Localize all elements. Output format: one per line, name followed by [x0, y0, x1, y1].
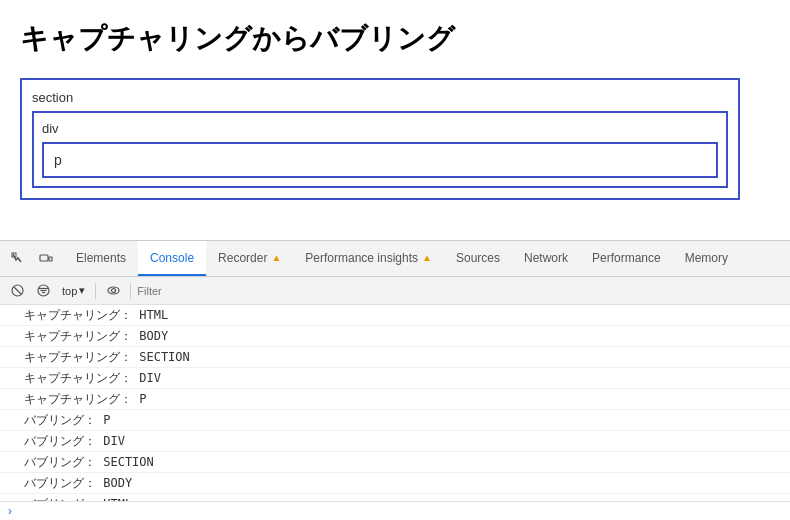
tab-console[interactable]: Console [138, 241, 206, 276]
svg-rect-1 [40, 255, 48, 261]
console-line: キャプチャリング： HTML [0, 305, 790, 326]
section-label: section [32, 90, 728, 105]
svg-point-10 [111, 289, 115, 293]
dropdown-arrow: ▾ [79, 284, 85, 297]
console-line: キャプチャリング： SECTION [0, 347, 790, 368]
div-label: div [42, 121, 718, 136]
svg-line-4 [14, 287, 21, 294]
prompt-arrow-icon: › [8, 504, 12, 518]
console-line: バブリング： P [0, 410, 790, 431]
toolbar-divider2 [130, 283, 131, 299]
console-line: バブリング： HTML [0, 494, 790, 501]
console-line: キャプチャリング： DIV [0, 368, 790, 389]
console-prompt[interactable]: › [0, 501, 790, 520]
filter-input[interactable] [137, 285, 257, 297]
eye-icon[interactable] [102, 280, 124, 302]
filter-toggle-button[interactable] [32, 280, 54, 302]
section-box: section div p [20, 78, 740, 200]
tab-label-sources: Sources [456, 251, 500, 265]
device-toggle-icon[interactable] [32, 245, 60, 273]
tab-performance[interactable]: Performance [580, 241, 673, 276]
console-line: バブリング： SECTION [0, 452, 790, 473]
tab-bar: ElementsConsoleRecorder▲Performance insi… [0, 241, 790, 277]
clear-console-button[interactable] [6, 280, 28, 302]
tab-performance-insights[interactable]: Performance insights▲ [293, 241, 444, 276]
context-label: top [62, 285, 77, 297]
tab-label-console: Console [150, 251, 194, 265]
console-line: キャプチャリング： BODY [0, 326, 790, 347]
tab-elements[interactable]: Elements [64, 241, 138, 276]
p-box: p [42, 142, 718, 178]
tab-label-elements: Elements [76, 251, 126, 265]
div-box: div p [32, 111, 728, 188]
warn-icon-performance-insights: ▲ [422, 252, 432, 263]
tab-bar-icons [4, 245, 60, 273]
tab-label-network: Network [524, 251, 568, 265]
svg-rect-2 [49, 257, 52, 261]
tabs: ElementsConsoleRecorder▲Performance insi… [64, 241, 740, 276]
toolbar-divider [95, 283, 96, 299]
console-output: キャプチャリング： HTMLキャプチャリング： BODYキャプチャリング： SE… [0, 305, 790, 501]
page-title: キャプチャリングからバブリング [20, 20, 770, 58]
warn-icon-recorder: ▲ [271, 252, 281, 263]
console-line: バブリング： DIV [0, 431, 790, 452]
tab-sources[interactable]: Sources [444, 241, 512, 276]
console-line: バブリング： BODY [0, 473, 790, 494]
p-content: p [54, 152, 62, 168]
devtools-panel: ElementsConsoleRecorder▲Performance insi… [0, 240, 790, 520]
page-content: キャプチャリングからバブリング section div p [0, 0, 790, 240]
tab-recorder[interactable]: Recorder▲ [206, 241, 293, 276]
inspect-icon[interactable] [4, 245, 32, 273]
tab-network[interactable]: Network [512, 241, 580, 276]
tab-label-performance: Performance [592, 251, 661, 265]
tab-label-memory: Memory [685, 251, 728, 265]
console-line: キャプチャリング： P [0, 389, 790, 410]
tab-label-performance-insights: Performance insights [305, 251, 418, 265]
context-selector[interactable]: top ▾ [58, 282, 89, 299]
console-toolbar: top ▾ [0, 277, 790, 305]
tab-label-recorder: Recorder [218, 251, 267, 265]
tab-memory[interactable]: Memory [673, 241, 740, 276]
